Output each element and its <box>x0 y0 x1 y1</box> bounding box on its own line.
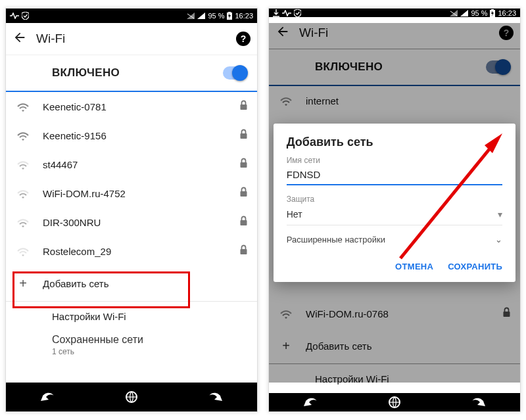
advanced-label: Расширенные настройки <box>287 235 385 245</box>
cancel-button[interactable]: ОТМЕНА <box>395 262 433 271</box>
nav-home-icon[interactable] <box>122 388 141 406</box>
saved-networks[interactable]: Сохраненные сети1 сеть <box>6 331 257 360</box>
svg-rect-2 <box>228 12 231 13</box>
wifi-network-row[interactable]: Rostelecom_29 <box>6 237 257 266</box>
page-title: Wi-Fi <box>36 32 65 46</box>
nav-home-icon[interactable] <box>385 393 404 411</box>
ssid: DIR-300NRU <box>43 217 227 228</box>
no-sim-icon <box>187 12 195 19</box>
ssid: WiFi-DOM.ru-4752 <box>43 188 227 199</box>
back-icon[interactable] <box>12 30 27 47</box>
phone-left: 95 % 16:23 Wi-Fi ? ВКЛЮЧЕНО Keenetic-078… <box>5 8 258 412</box>
lock-icon <box>239 245 248 258</box>
wifi-network-row[interactable]: Keenetic-0781 <box>6 92 257 121</box>
wifi-signal-icon <box>15 158 31 170</box>
clock: 16:23 <box>498 9 516 17</box>
wifi-network-row[interactable]: Keenetic-9156 <box>6 121 257 150</box>
shield-icon <box>22 12 29 20</box>
svg-rect-14 <box>491 9 494 11</box>
svg-rect-5 <box>241 133 247 139</box>
wifi-signal-icon <box>15 187 31 199</box>
cell-icon <box>460 10 468 16</box>
navbar <box>269 393 520 411</box>
security-label: Защита <box>287 195 503 204</box>
svg-rect-6 <box>241 162 247 168</box>
advanced-settings[interactable]: Расширенные настройки ⌄ <box>287 225 503 247</box>
lock-icon <box>239 129 248 142</box>
lock-icon <box>239 187 248 200</box>
caret-down-icon: ▾ <box>498 209 502 220</box>
clock: 16:23 <box>235 12 253 20</box>
battery-charging-icon <box>490 9 495 17</box>
battery-charging-icon <box>227 12 232 20</box>
wifi-signal-icon <box>15 101 31 112</box>
cell-icon <box>197 12 205 19</box>
security-select[interactable]: Нет ▾ <box>287 204 503 225</box>
svg-rect-9 <box>241 249 247 254</box>
no-sim-icon <box>450 10 458 16</box>
wifi-network-row[interactable]: DIR-300NRU <box>6 208 257 237</box>
wifi-signal-icon <box>15 216 31 228</box>
svg-rect-7 <box>241 191 247 197</box>
activity-icon <box>10 12 19 19</box>
nav-back-icon[interactable] <box>302 393 320 411</box>
wifi-toggle[interactable] <box>223 66 247 80</box>
battery-percent: 95 % <box>471 9 487 17</box>
ssid: Keenetic-0781 <box>43 101 227 112</box>
dialog-scrim[interactable]: Добавить сеть Имя сети Защита Нет ▾ Расш… <box>269 23 520 383</box>
wifi-signal-icon <box>15 129 31 141</box>
appbar: Wi-Fi ? <box>6 23 257 55</box>
lock-icon <box>239 100 248 113</box>
chevron-down-icon: ⌄ <box>495 235 502 245</box>
navbar <box>6 383 257 411</box>
wifi-list: Keenetic-0781 Keenetic-9156 st44467 WiFi… <box>6 92 257 383</box>
help-icon[interactable]: ? <box>236 32 251 46</box>
wifi-master-toggle-row: ВКЛЮЧЕНО <box>6 55 257 91</box>
download-icon <box>273 9 279 17</box>
dialog-title: Добавить сеть <box>287 135 503 149</box>
shield-icon <box>294 9 301 17</box>
save-button[interactable]: СОХРАНИТЬ <box>448 262 502 271</box>
wifi-network-row[interactable]: st44467 <box>6 150 257 179</box>
ssid: Rostelecom_29 <box>43 246 227 257</box>
nav-recent-icon[interactable] <box>206 388 224 406</box>
security-value: Нет <box>287 209 302 220</box>
svg-rect-8 <box>241 220 247 225</box>
activity-icon <box>282 10 291 16</box>
ssid-label: Имя сети <box>287 156 503 165</box>
battery-percent: 95 % <box>208 12 224 20</box>
lock-icon <box>239 216 248 229</box>
phone-right: 95 % 16:23 Wi-Fi ? ВКЛЮЧЕНО internet WiF… <box>268 8 521 412</box>
master-label: ВКЛЮЧЕНО <box>52 66 120 80</box>
highlight-box <box>12 271 190 308</box>
statusbar: 95 % 16:23 <box>269 9 520 17</box>
ssid: st44467 <box>43 159 227 170</box>
add-network-dialog: Добавить сеть Имя сети Защита Нет ▾ Расш… <box>274 124 516 282</box>
ssid: Keenetic-9156 <box>43 130 227 141</box>
lock-icon <box>239 158 248 171</box>
svg-rect-4 <box>241 105 247 110</box>
wifi-signal-icon <box>15 245 31 257</box>
ssid-input[interactable] <box>287 165 503 185</box>
nav-recent-icon[interactable] <box>469 393 487 411</box>
wifi-network-row[interactable]: WiFi-DOM.ru-4752 <box>6 179 257 208</box>
nav-back-icon[interactable] <box>39 388 57 406</box>
statusbar: 95 % 16:23 <box>6 9 257 23</box>
